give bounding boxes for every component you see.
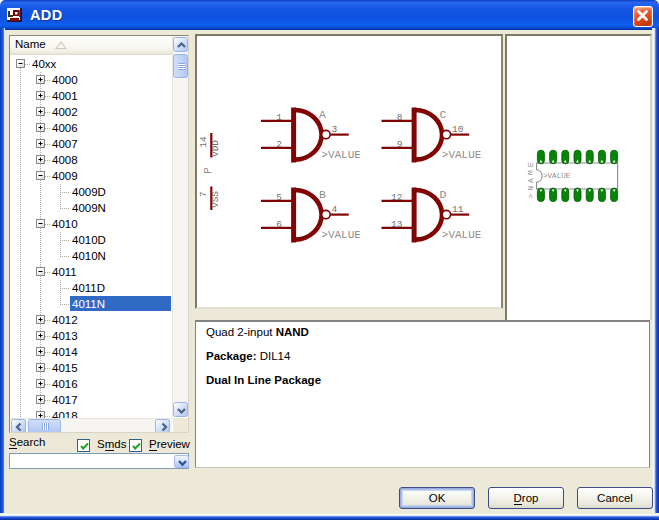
svg-text:14: 14 (198, 136, 209, 148)
svg-text:C: C (440, 108, 447, 121)
svg-text:D: D (440, 188, 447, 201)
svg-text:4: 4 (332, 204, 338, 215)
svg-text:13: 13 (391, 219, 403, 230)
svg-text:7: 7 (198, 192, 209, 198)
svg-text:>VALUE: >VALUE (321, 149, 361, 161)
svg-text:12: 12 (391, 192, 403, 203)
svg-text:1: 1 (276, 112, 282, 123)
svg-text:9: 9 (397, 139, 403, 150)
svg-text:VDD: VDD (210, 140, 221, 157)
svg-text:11: 11 (452, 204, 464, 215)
svg-text:2: 2 (276, 139, 282, 150)
svg-text:>VALUE: >VALUE (321, 229, 361, 241)
svg-text:>VALUE: >VALUE (442, 149, 482, 161)
svg-text:3: 3 (332, 124, 338, 135)
svg-text:8: 8 (397, 112, 403, 123)
svg-text:A: A (319, 108, 326, 121)
svg-text:>VALUE: >VALUE (442, 229, 482, 241)
svg-text:>NAME: >NAME (526, 159, 535, 198)
svg-text:10: 10 (452, 124, 464, 135)
svg-text:P: P (201, 167, 214, 174)
svg-text:VSS: VSS (210, 191, 221, 208)
svg-text:6: 6 (276, 219, 282, 230)
svg-text:>VALUE: >VALUE (543, 172, 571, 180)
svg-text:B: B (319, 188, 326, 201)
svg-text:5: 5 (276, 192, 282, 203)
